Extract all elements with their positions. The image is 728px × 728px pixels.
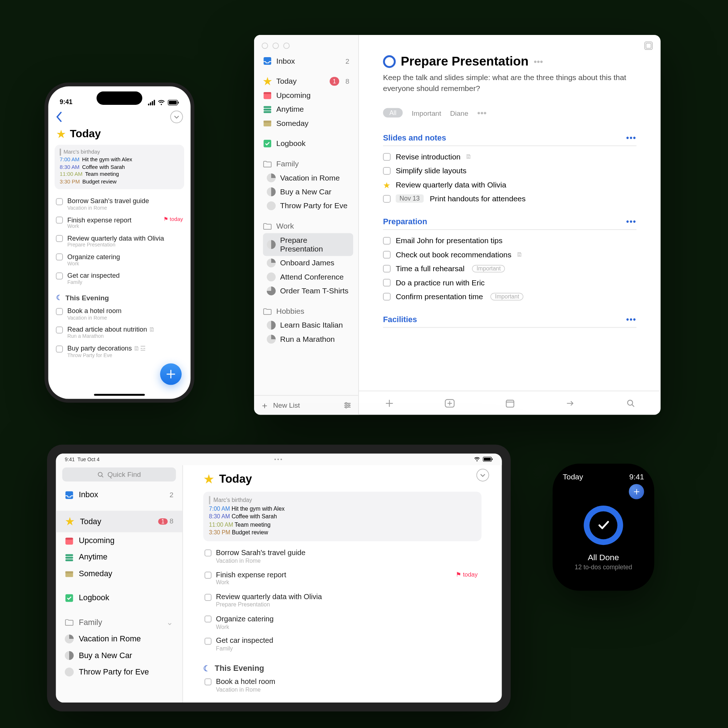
chevron-down-icon[interactable]: ⌄ — [166, 617, 173, 627]
tag-diane[interactable]: Diane — [450, 109, 468, 116]
calendar-events-card[interactable]: Marc's birthday 7:00 AM Hit the gym with… — [203, 492, 481, 541]
checkbox[interactable] — [205, 594, 211, 601]
task-item[interactable]: Buy party decorations 🗎☲Throw Party for … — [55, 343, 184, 362]
project-item[interactable]: Attend Conference — [263, 270, 353, 284]
project-item[interactable]: Run a Marathon — [263, 332, 353, 346]
window-controls[interactable] — [254, 35, 358, 54]
task-item[interactable]: Read article about nutrition 🗎Run a Mara… — [55, 324, 184, 343]
add-button[interactable]: ＋ — [629, 484, 644, 499]
checkbox[interactable] — [383, 167, 391, 174]
area-hobbies[interactable]: Hobbies — [259, 304, 353, 318]
sidebar-today[interactable]: ★Today18 — [56, 511, 182, 532]
checkbox[interactable] — [56, 217, 63, 223]
task-item[interactable]: Finish expense reportWork⚑ today — [55, 214, 184, 233]
project-item[interactable]: Throw Party for Eve — [263, 199, 353, 213]
checkbox[interactable] — [56, 308, 63, 315]
checkbox[interactable] — [205, 679, 211, 685]
sidebar-someday[interactable]: Someday — [259, 116, 353, 130]
task-item[interactable]: Review quarterly data with OliviaPrepare… — [203, 592, 481, 613]
area-work[interactable]: Work — [259, 219, 353, 233]
project-notes[interactable]: Keep the talk and slides simple: what ar… — [383, 69, 636, 93]
task-item[interactable]: Organize cateringWork — [203, 613, 481, 635]
checkbox[interactable] — [56, 254, 63, 261]
sidebar-logbook[interactable]: Logbook — [56, 589, 182, 606]
task-item[interactable]: Check out book recommendations 🗎 — [383, 248, 636, 262]
task-item[interactable]: Finish expense reportWork⚑ today — [203, 570, 481, 592]
sidebar-anytime[interactable]: Anytime — [259, 102, 353, 116]
multitask-dots[interactable]: ••• — [274, 456, 283, 462]
task-item[interactable]: Borrow Sarah's travel guideVacation in R… — [55, 196, 184, 214]
group-menu-icon[interactable]: ••• — [626, 217, 636, 226]
calendar-events-card[interactable]: Marc's birthday 7:00 AMHit the gym with … — [55, 145, 184, 190]
checkbox[interactable] — [205, 616, 211, 622]
task-item[interactable]: Get car inspectedFamily — [203, 636, 481, 658]
project-item[interactable]: Vacation in Rome — [56, 631, 182, 647]
checkbox[interactable] — [56, 198, 63, 205]
group-header[interactable]: Slides and notes••• — [383, 133, 636, 146]
settings-icon[interactable] — [343, 401, 352, 410]
group-header[interactable]: Facilities••• — [383, 315, 636, 327]
group-menu-icon[interactable]: ••• — [626, 133, 636, 142]
sidebar-upcoming[interactable]: Upcoming — [56, 532, 182, 549]
tag-all[interactable]: All — [383, 108, 402, 118]
checkbox[interactable] — [383, 278, 391, 286]
project-item[interactable]: Throw Party for Eve — [56, 664, 182, 680]
quick-add-icon[interactable] — [384, 398, 394, 408]
task-item[interactable]: Borrow Sarah's travel guideVacation in R… — [203, 548, 481, 569]
task-item[interactable]: Revise introduction 🗎 — [383, 150, 636, 164]
checkbox[interactable] — [383, 153, 391, 161]
sidebar-today[interactable]: ★Today18 — [259, 74, 353, 88]
task-item[interactable]: Time a full rehearsalImportant — [383, 262, 636, 275]
options-button[interactable] — [476, 469, 489, 482]
project-item[interactable]: Onboard James — [263, 256, 353, 270]
task-item[interactable]: Get car inspectedFamily — [55, 270, 184, 289]
checkbox[interactable] — [205, 572, 211, 579]
quick-find-button[interactable]: Quick Find — [62, 467, 176, 481]
checkbox[interactable] — [383, 265, 391, 272]
task-item[interactable]: Simplify slide layouts — [383, 164, 636, 177]
checkbox[interactable] — [383, 251, 391, 258]
area-family[interactable]: Family — [259, 157, 353, 171]
task-item[interactable]: Nov 13Print handouts for attendees — [383, 191, 636, 205]
project-item-selected[interactable]: Prepare Presentation — [263, 233, 353, 256]
new-list-button[interactable]: ＋New List — [260, 401, 300, 410]
checkbox[interactable] — [56, 235, 63, 242]
task-item[interactable]: Review quarterly data with OliviaPrepare… — [55, 233, 184, 252]
task-item[interactable]: Do a practice run with Eric — [383, 275, 636, 289]
task-item[interactable]: Confirm presentation timeImportant — [383, 289, 636, 303]
task-item[interactable]: Book a hotel roomVacation in Rome — [55, 306, 184, 324]
area-family[interactable]: Family⌄ — [56, 614, 182, 631]
checkbox[interactable] — [383, 237, 391, 244]
checkbox[interactable] — [205, 550, 211, 557]
move-icon[interactable] — [565, 398, 575, 408]
sidebar-logbook[interactable]: Logbook — [259, 136, 353, 150]
checkbox[interactable] — [56, 327, 63, 333]
sidebar-anytime[interactable]: Anytime — [56, 549, 182, 565]
add-task-fab[interactable] — [160, 363, 182, 385]
tag-important[interactable]: Important — [412, 109, 441, 116]
more-tags[interactable]: ••• — [477, 108, 487, 118]
options-button[interactable] — [170, 111, 183, 123]
search-icon[interactable] — [626, 398, 636, 408]
new-todo-icon[interactable] — [444, 398, 455, 408]
project-item[interactable]: Buy a New Car — [56, 647, 182, 664]
group-menu-icon[interactable]: ••• — [626, 315, 636, 324]
sidebar-someday[interactable]: Someday — [56, 565, 182, 582]
more-menu[interactable]: ••• — [534, 56, 543, 66]
task-item[interactable]: ★Review quarterly data with Olivia — [383, 177, 636, 191]
task-item[interactable]: Email John for presentation tips — [383, 233, 636, 247]
back-button[interactable] — [56, 112, 62, 122]
task-item[interactable]: Book a hotel roomVacation in Rome — [203, 676, 481, 698]
star-checkbox[interactable]: ★ — [383, 181, 391, 188]
sidebar-inbox[interactable]: Inbox2 — [259, 54, 353, 68]
group-header[interactable]: Preparation••• — [383, 217, 636, 230]
task-item[interactable]: Organize cateringWork — [55, 252, 184, 270]
project-item[interactable]: Vacation in Rome — [263, 171, 353, 185]
checkbox[interactable] — [56, 272, 63, 279]
window-expand-icon[interactable] — [644, 41, 653, 50]
checkbox[interactable] — [205, 638, 211, 645]
sidebar-inbox[interactable]: Inbox2 — [56, 487, 182, 503]
sidebar-upcoming[interactable]: Upcoming — [259, 89, 353, 102]
project-item[interactable]: Order Team T-Shirts — [263, 284, 353, 298]
project-item[interactable]: Learn Basic Italian — [263, 318, 353, 332]
